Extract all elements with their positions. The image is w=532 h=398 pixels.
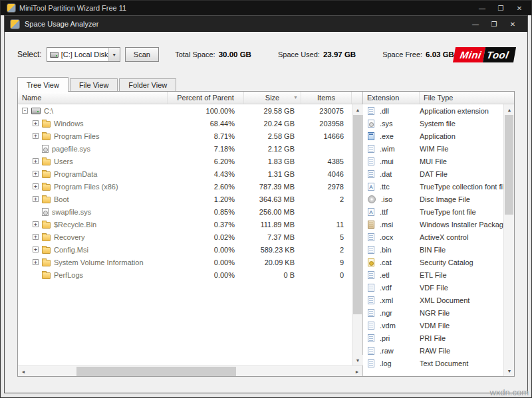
drive-select-combobox[interactable]: [C:] Local Disk ▼ (47, 47, 120, 62)
list-item[interactable]: .sys System file (363, 117, 503, 130)
row-percent: 0.00% (168, 246, 244, 254)
column-header-extension[interactable]: Extension (363, 92, 420, 104)
document-icon (368, 284, 374, 292)
expand-toggle[interactable]: + (33, 196, 39, 202)
list-item[interactable]: .vdm VDM File (363, 319, 503, 332)
tree-horizontal-scrollbar[interactable]: ◄ ► (18, 365, 362, 376)
dialog-close-button[interactable]: ✕ (503, 18, 522, 30)
extension-name: .dat (380, 170, 392, 178)
list-item[interactable]: .ngr NGR File (363, 306, 503, 319)
tree-scroll-spacer (352, 314, 362, 355)
list-item[interactable]: .ttc TrueType collection font file (363, 180, 503, 193)
scan-button[interactable]: Scan (125, 47, 160, 62)
list-item[interactable]: .bin BIN File (363, 243, 503, 256)
column-header-items[interactable]: Items (301, 92, 352, 104)
list-item[interactable]: .ocx ActiveX control (363, 231, 503, 243)
expand-toggle[interactable]: + (33, 158, 39, 164)
app-minimize-button[interactable]: — (473, 2, 491, 14)
expand-toggle[interactable]: + (33, 234, 39, 240)
tree-scroll-track[interactable] (352, 115, 362, 355)
expand-toggle[interactable]: + (33, 171, 39, 177)
tab-tree-view[interactable]: Tree View (17, 77, 68, 92)
table-row[interactable]: + Program Files 8.71% 2.58 GB 14666 (18, 130, 352, 142)
file-icon (42, 145, 49, 153)
list-item[interactable]: .ttf TrueType font file (363, 205, 503, 218)
list-item[interactable]: .cat Security Catalog (363, 256, 503, 268)
list-item[interactable]: .iso Disc Image File (363, 193, 503, 205)
extension-name: .etl (380, 271, 390, 279)
extension-filetype: Text Document (420, 359, 503, 367)
chevron-down-icon[interactable]: ▼ (108, 48, 120, 61)
list-item[interactable]: .mui MUI File (363, 155, 503, 167)
minitool-logo-mini: Mini (453, 47, 485, 62)
column-header-name[interactable]: Name (18, 92, 168, 104)
table-row[interactable]: - C:\ 100.00% 29.58 GB 230075 (18, 104, 352, 117)
expand-toggle[interactable]: + (33, 259, 39, 265)
extensions-scroll-track[interactable] (504, 115, 514, 365)
column-header-percent[interactable]: Percent of Parent (168, 92, 244, 104)
extensions-column-header: Extension File Type (363, 92, 514, 104)
expand-toggle[interactable]: + (33, 133, 39, 139)
list-item[interactable]: .vdf VDF File (363, 281, 503, 294)
table-row[interactable]: + System Volume Information 0.00% 20.09 … (18, 256, 352, 268)
row-name: Program Files (54, 132, 99, 140)
expand-toggle[interactable]: + (33, 221, 39, 227)
scroll-up-icon[interactable]: ▲ (352, 104, 363, 115)
tree-vertical-scrollbar[interactable]: ▲ ▼ (352, 104, 362, 365)
table-row[interactable]: + ProgramData 4.43% 1.31 GB 4046 (18, 167, 352, 180)
total-space-stat: Total Space:30.00 GB (175, 50, 251, 58)
extension-name: .cat (380, 258, 392, 266)
table-row[interactable]: + $Recycle.Bin 0.37% 111.89 MB 11 (18, 218, 352, 231)
expand-toggle[interactable]: + (33, 120, 39, 126)
column-header-size[interactable]: Size▼ (244, 92, 301, 104)
list-item[interactable]: .etl ETL File (363, 268, 503, 281)
toolbar: Select: [C:] Local Disk ▼ Scan Total Spa… (5, 32, 527, 77)
app-close-button[interactable]: ✕ (510, 2, 529, 14)
table-row[interactable]: + Recovery 0.02% 7.37 MB 5 (18, 231, 352, 243)
table-row[interactable]: pagefile.sys 7.18% 2.12 GB (18, 142, 352, 155)
table-row[interactable]: swapfile.sys 0.85% 256.00 MB (18, 205, 352, 218)
list-item[interactable]: .raw RAW File (363, 344, 503, 357)
scroll-right-icon[interactable]: ► (352, 366, 362, 377)
list-item[interactable]: .dll Application extension (363, 104, 503, 117)
scroll-left-icon[interactable]: ◄ (18, 366, 29, 377)
column-header-filetype[interactable]: File Type (420, 92, 514, 104)
table-row[interactable]: + Program Files (x86) 2.60% 787.39 MB 29… (18, 180, 352, 193)
list-item[interactable]: .pri PRI File (363, 332, 503, 344)
list-item[interactable]: .xml XML Document (363, 294, 503, 306)
folder-icon (42, 260, 51, 266)
space-stats: Total Space:30.00 GB Space Used:23.97 GB… (175, 50, 454, 58)
tab-file-view[interactable]: File View (70, 78, 118, 91)
scroll-down-icon[interactable]: ▼ (352, 355, 363, 365)
scroll-up-icon[interactable]: ▲ (504, 104, 515, 115)
table-row[interactable]: + Boot 1.20% 364.63 MB 2 (18, 193, 352, 205)
extension-filetype: VDM File (420, 322, 503, 330)
list-item[interactable]: .exe Application (363, 130, 503, 142)
app-titlebar[interactable]: MiniTool Partition Wizard Free 11 — ❐ ✕ (1, 1, 531, 15)
dialog-titlebar[interactable]: Space Usage Analyzer — ❐ ✕ (5, 16, 527, 32)
extensions-vertical-scrollbar[interactable]: ▲ ▼ (503, 104, 514, 376)
installer-package-icon (368, 221, 374, 229)
tree-scroll-thumb[interactable] (353, 115, 362, 314)
dialog-minimize-button[interactable]: — (466, 18, 485, 30)
list-item[interactable]: .wim WIM File (363, 142, 503, 155)
app-maximize-button[interactable]: ❐ (491, 2, 510, 14)
expand-toggle[interactable]: + (33, 247, 39, 252)
expand-toggle[interactable]: - (22, 108, 28, 114)
dialog-maximize-button[interactable]: ❐ (485, 18, 503, 30)
watermark: wxdn.com (489, 387, 529, 397)
table-row[interactable]: + Windows 68.44% 20.24 GB 203958 (18, 117, 352, 130)
scroll-down-icon[interactable]: ▼ (504, 365, 515, 376)
list-item[interactable]: .msi Windows Installer Package (363, 218, 503, 231)
table-row[interactable]: + Config.Msi 0.00% 589.23 KB 2 (18, 243, 352, 256)
table-row[interactable]: PerfLogs 0.00% 0 B 0 (18, 268, 352, 281)
list-item[interactable]: .log Text Document (363, 357, 503, 369)
tab-folder-view[interactable]: Folder View (119, 78, 176, 91)
table-row[interactable]: + Users 6.20% 1.83 GB 4385 (18, 155, 352, 167)
list-item[interactable]: .dat DAT File (363, 167, 503, 180)
extensions-scroll-thumb[interactable] (505, 115, 513, 215)
expand-toggle[interactable]: + (33, 183, 39, 189)
folder-icon (42, 197, 51, 203)
tree-hscroll-thumb[interactable] (76, 367, 236, 376)
tree-hscroll-track[interactable] (29, 366, 352, 376)
